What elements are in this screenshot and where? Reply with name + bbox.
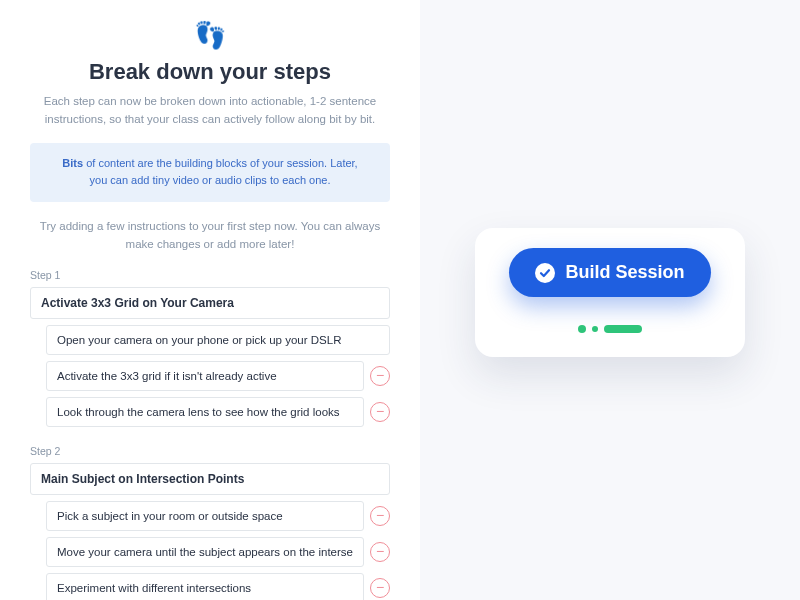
instruction-row: − [30, 573, 390, 600]
step-title-input[interactable] [30, 287, 390, 319]
minus-icon: − [376, 404, 384, 418]
step-title-input[interactable] [30, 463, 390, 495]
remove-instruction-button[interactable]: − [370, 542, 390, 562]
page-title: Break down your steps [30, 59, 390, 85]
instruction-input[interactable] [46, 537, 364, 567]
progress-dot [578, 325, 586, 333]
step-label: Step 1 [30, 269, 390, 281]
instruction-input[interactable] [46, 501, 364, 531]
instruction-input[interactable] [46, 397, 364, 427]
progress-dot [592, 326, 598, 332]
tip-bold: Bits [62, 157, 83, 169]
progress-bar [604, 325, 642, 333]
step-label: Step 2 [30, 445, 390, 457]
hint-text: Try adding a few instructions to your fi… [30, 218, 390, 254]
instruction-row: − [30, 501, 390, 531]
page-subtitle: Each step can now be broken down into ac… [30, 93, 390, 129]
instruction-input[interactable] [46, 573, 364, 600]
footprints-icon: 👣 [30, 20, 390, 51]
remove-instruction-button[interactable]: − [370, 402, 390, 422]
instruction-row: − [30, 361, 390, 391]
tip-callout: Bits of content are the building blocks … [30, 143, 390, 202]
progress-indicator [495, 325, 725, 333]
instruction-row [30, 325, 390, 355]
step-block-1: Step 1 − − [30, 269, 390, 427]
right-panel: Build Session [420, 0, 800, 600]
instruction-row: − [30, 537, 390, 567]
build-session-button[interactable]: Build Session [509, 248, 710, 297]
check-circle-icon [535, 263, 555, 283]
remove-instruction-button[interactable]: − [370, 506, 390, 526]
minus-icon: − [376, 544, 384, 558]
build-session-card: Build Session [475, 228, 745, 357]
minus-icon: − [376, 580, 384, 594]
build-session-label: Build Session [565, 262, 684, 283]
tip-text: of content are the building blocks of yo… [83, 157, 358, 187]
instruction-input[interactable] [46, 325, 390, 355]
minus-icon: − [376, 508, 384, 522]
left-panel: 👣 Break down your steps Each step can no… [0, 0, 420, 600]
remove-instruction-button[interactable]: − [370, 578, 390, 598]
remove-instruction-button[interactable]: − [370, 366, 390, 386]
step-block-2: Step 2 − − − − [30, 445, 390, 600]
instruction-row: − [30, 397, 390, 427]
instruction-input[interactable] [46, 361, 364, 391]
minus-icon: − [376, 368, 384, 382]
